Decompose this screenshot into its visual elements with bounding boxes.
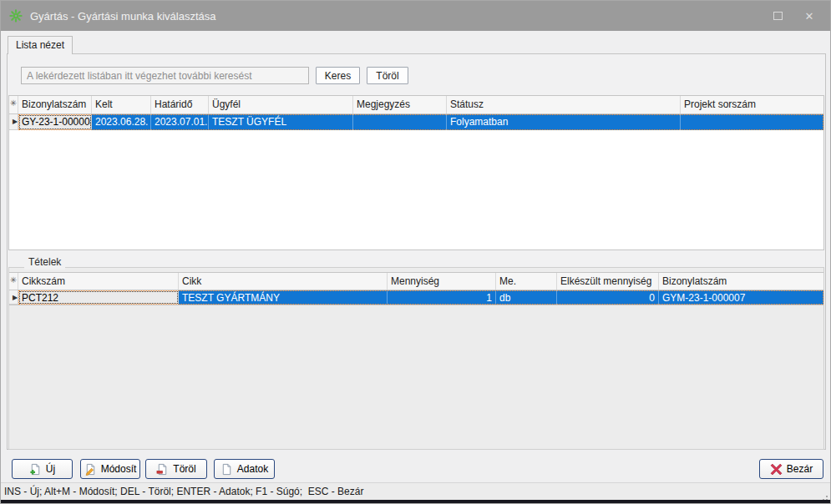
cell-kelt[interactable]: 2023.06.28. [92, 114, 151, 130]
window-bottom-edge [1, 500, 830, 504]
cell-mennyiseg[interactable]: 1 [388, 290, 496, 305]
close-form-button[interactable]: Bezár [759, 459, 823, 479]
items-grid-header: ✳ Cikkszám Cikk Mennyiség Me. Elkészült … [9, 272, 823, 290]
cell-cikkszam[interactable]: PCT212 [18, 290, 179, 305]
filter-asterisk-icon: ✳ [9, 273, 18, 290]
column-header-megjegyzes[interactable]: Megjegyzés [353, 96, 447, 113]
data-button[interactable]: Adatok [214, 459, 275, 479]
orders-grid-header: ✳ Bizonylatszám Kelt Határidő Ügyfél Meg… [9, 96, 823, 114]
new-button-label: Új [46, 463, 55, 475]
column-header-kelt[interactable]: Kelt [92, 96, 151, 113]
app-window: Gyártás - Gyártási munka kiválasztása ✕ … [0, 0, 831, 504]
column-header-hatarido[interactable]: Határidő [151, 96, 209, 113]
delete-button[interactable]: Töröl [145, 459, 207, 479]
items-grid: ✳ Cikkszám Cikk Mennyiség Me. Elkészült … [9, 272, 823, 305]
page-plus-icon [29, 463, 42, 476]
cell-ugyfel[interactable]: TESZT ÜGYFÉL [209, 114, 353, 130]
cell-megjegyzes[interactable] [353, 114, 447, 130]
clear-search-button[interactable]: Töröl [367, 67, 408, 84]
column-header-elkeszult-mennyiseg[interactable]: Elkészült mennyiség [557, 273, 659, 290]
close-button[interactable]: ✕ [793, 1, 825, 31]
page-minus-icon [156, 463, 169, 476]
column-header-projekt-sorszam[interactable]: Projekt sorszám [681, 96, 823, 113]
modify-button-label: Módosít [101, 463, 137, 475]
items-groupbox: ✳ Cikkszám Cikk Mennyiség Me. Elkészült … [8, 267, 824, 450]
maximize-icon [773, 12, 783, 20]
search-input[interactable] [21, 67, 309, 84]
cell-hatarido[interactable]: 2023.07.01. [151, 114, 209, 130]
window-title: Gyártás - Gyártási munka kiválasztása [30, 10, 216, 23]
close-icon: ✕ [805, 10, 814, 23]
gear-icon [9, 9, 23, 23]
cell-cikk[interactable]: TESZT GYÁRTMÁNY [179, 290, 388, 305]
column-header-cikk[interactable]: Cikk [179, 273, 388, 290]
cell-elkeszult-mennyiseg[interactable]: 0 [557, 290, 659, 305]
tab-panel: Keres Töröl ✳ Bizonylatszám Kelt Határid… [7, 53, 826, 450]
cell-statusz[interactable]: Folyamatban [447, 114, 681, 130]
new-button[interactable]: Új [12, 459, 73, 479]
close-form-button-label: Bezár [787, 463, 813, 475]
column-header-me[interactable]: Me. [496, 273, 557, 290]
items-section-label: Tételek [24, 256, 65, 270]
cell-bizonylatszam[interactable]: GYM-23-1-000007 [659, 290, 823, 305]
maximize-button[interactable] [762, 1, 793, 31]
row-indicator-icon: ▶ [9, 290, 18, 305]
table-row[interactable]: ▶ GY-23-1-000003 2023.06.28. 2023.07.01.… [9, 114, 823, 130]
modify-button[interactable]: Módosít [80, 459, 140, 479]
delete-button-label: Töröl [173, 463, 195, 475]
column-header-bizonylatszam[interactable]: Bizonylatszám [18, 96, 92, 113]
search-button[interactable]: Keres [316, 67, 360, 84]
cell-me[interactable]: db [496, 290, 557, 305]
column-header-mennyiseg[interactable]: Mennyiség [388, 273, 496, 290]
tab-lista-nezet[interactable]: Lista nézet [8, 36, 73, 54]
column-header-statusz[interactable]: Státusz [447, 96, 681, 113]
column-header-bizonylatszam[interactable]: Bizonylatszám [659, 273, 823, 290]
orders-grid: ✳ Bizonylatszám Kelt Határidő Ügyfél Meg… [8, 95, 824, 250]
title-bar: Gyártás - Gyártási munka kiválasztása ✕ [1, 1, 830, 31]
page-icon [220, 463, 233, 476]
status-bar: INS - Új; Alt+M - Módosít; DEL - Töröl; … [1, 482, 830, 500]
table-row[interactable]: ▶ PCT212 TESZT GYÁRTMÁNY 1 db 0 GYM-23-1… [9, 290, 823, 305]
filter-asterisk-icon: ✳ [9, 96, 18, 113]
red-x-icon [770, 463, 783, 476]
window-controls: ✕ [762, 1, 825, 31]
row-indicator-icon: ▶ [9, 114, 18, 130]
column-header-cikkszam[interactable]: Cikkszám [18, 273, 179, 290]
selected-row-highlight: PCT212 TESZT GYÁRTMÁNY 1 db 0 GYM-23-1-0… [18, 290, 823, 305]
cell-projekt-sorszam[interactable] [681, 114, 823, 130]
column-header-ugyfel[interactable]: Ügyfél [209, 96, 353, 113]
data-button-label: Adatok [237, 463, 268, 475]
page-pencil-icon [84, 463, 97, 476]
cell-bizonylatszam[interactable]: GY-23-1-000003 [18, 114, 92, 130]
selected-row-highlight: GY-23-1-000003 2023.06.28. 2023.07.01. T… [18, 114, 823, 130]
